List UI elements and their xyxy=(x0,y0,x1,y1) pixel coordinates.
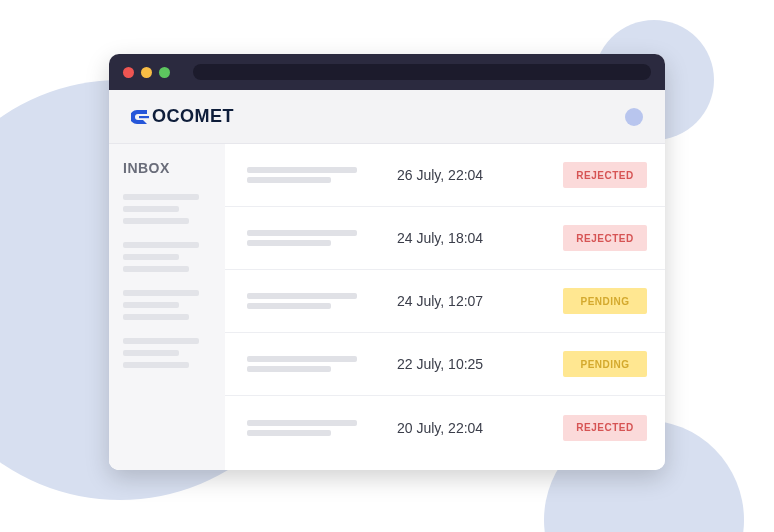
placeholder-line xyxy=(123,242,199,248)
sidebar-item[interactable] xyxy=(123,338,211,368)
placeholder-line xyxy=(247,240,331,246)
brand-name: OCOMET xyxy=(152,106,234,127)
maximize-icon[interactable] xyxy=(159,67,170,78)
placeholder-line xyxy=(123,254,179,260)
status-badge: PENDING xyxy=(563,351,647,377)
placeholder-line xyxy=(123,338,199,344)
sidebar-item[interactable] xyxy=(123,242,211,272)
item-date: 22 July, 10:25 xyxy=(367,356,563,372)
placeholder-line xyxy=(247,420,357,426)
placeholder-line xyxy=(247,293,357,299)
app-window: OCOMET INBOX xyxy=(109,54,665,470)
sidebar-item[interactable] xyxy=(123,290,211,320)
placeholder-line xyxy=(247,366,331,372)
list-item[interactable]: 22 July, 10:25 PENDING xyxy=(225,333,665,396)
placeholder-line xyxy=(123,218,189,224)
item-date: 20 July, 22:04 xyxy=(367,420,563,436)
placeholder-line xyxy=(247,356,357,362)
brand-logo[interactable]: OCOMET xyxy=(131,106,234,127)
placeholder-line xyxy=(123,206,179,212)
item-date: 24 July, 12:07 xyxy=(367,293,563,309)
placeholder-line xyxy=(247,230,357,236)
item-preview xyxy=(247,163,367,187)
item-preview xyxy=(247,352,367,376)
svg-rect-0 xyxy=(139,116,149,118)
status-badge: REJECTED xyxy=(563,415,647,441)
inbox-list: 26 July, 22:04 REJECTED 24 July, 18:04 R… xyxy=(225,144,665,470)
placeholder-line xyxy=(247,303,331,309)
list-item[interactable]: 20 July, 22:04 REJECTED xyxy=(225,396,665,459)
list-item[interactable]: 26 July, 22:04 REJECTED xyxy=(225,144,665,207)
list-item[interactable]: 24 July, 12:07 PENDING xyxy=(225,270,665,333)
placeholder-line xyxy=(123,314,189,320)
minimize-icon[interactable] xyxy=(141,67,152,78)
status-badge: REJECTED xyxy=(563,162,647,188)
item-date: 26 July, 22:04 xyxy=(367,167,563,183)
close-icon[interactable] xyxy=(123,67,134,78)
item-date: 24 July, 18:04 xyxy=(367,230,563,246)
status-badge: REJECTED xyxy=(563,225,647,251)
sidebar: INBOX xyxy=(109,144,225,470)
avatar[interactable] xyxy=(625,108,643,126)
placeholder-line xyxy=(247,177,331,183)
placeholder-line xyxy=(123,350,179,356)
placeholder-line xyxy=(247,430,331,436)
logo-mark-icon xyxy=(131,108,151,126)
app-header: OCOMET xyxy=(109,90,665,144)
placeholder-line xyxy=(123,302,179,308)
sidebar-item[interactable] xyxy=(123,194,211,224)
placeholder-line xyxy=(123,362,189,368)
address-bar[interactable] xyxy=(193,64,651,80)
content-area: INBOX xyxy=(109,144,665,470)
item-preview xyxy=(247,416,367,440)
placeholder-line xyxy=(123,290,199,296)
placeholder-line xyxy=(123,266,189,272)
list-item[interactable]: 24 July, 18:04 REJECTED xyxy=(225,207,665,270)
sidebar-title: INBOX xyxy=(123,160,211,176)
status-badge: PENDING xyxy=(563,288,647,314)
item-preview xyxy=(247,289,367,313)
item-preview xyxy=(247,226,367,250)
placeholder-line xyxy=(247,167,357,173)
placeholder-line xyxy=(123,194,199,200)
window-titlebar xyxy=(109,54,665,90)
